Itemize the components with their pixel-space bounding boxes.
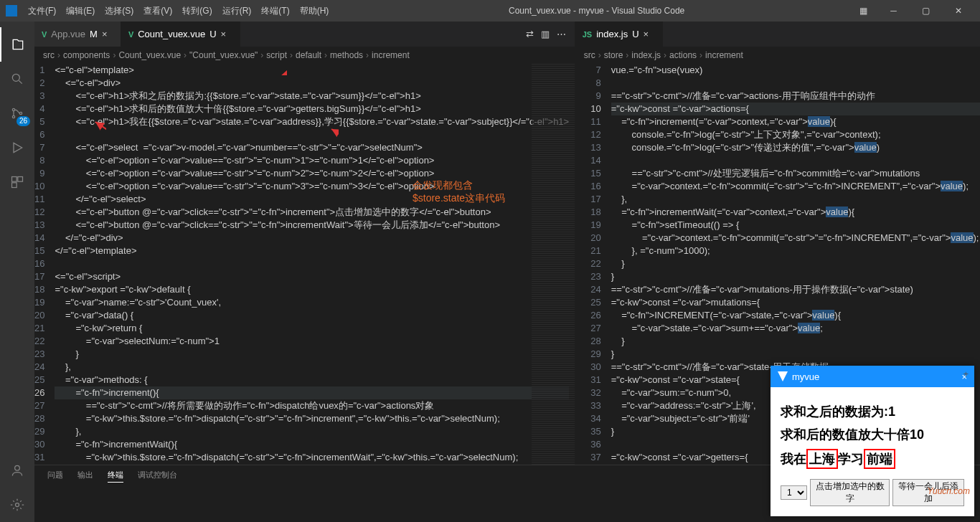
menu-item[interactable]: 转到(G) (177, 5, 217, 17)
panel-tab[interactable]: 终端 (108, 470, 123, 483)
svg-rect-5 (18, 177, 23, 182)
tab-actions: ⇄ ▥ ⋯ (526, 22, 575, 47)
panel-tab[interactable]: 调试控制台 (138, 470, 177, 483)
minimap[interactable] (532, 64, 575, 465)
tab[interactable]: VCount_vuex.vueU× (121, 22, 240, 47)
popup-h3: 我在上海学习前端 (781, 449, 964, 469)
split-icon[interactable]: ▥ (541, 29, 550, 39)
svg-rect-4 (12, 177, 17, 182)
close-button[interactable]: ✕ (942, 0, 974, 22)
breadcrumb-left[interactable]: src›components›Count_vuex.vue›"Count_vue… (34, 47, 575, 64)
close-icon[interactable]: × (102, 29, 113, 39)
popup-btn-wait[interactable]: 等待一会儿后添加 (892, 479, 964, 506)
extensions-icon[interactable] (0, 165, 34, 199)
vscode-icon (6, 5, 17, 16)
svg-point-0 (12, 74, 19, 81)
close-icon[interactable]: × (221, 29, 232, 39)
panel-tab[interactable]: 问题 (47, 470, 63, 483)
scm-badge: 26 (17, 116, 30, 126)
menu-item[interactable]: 终端(T) (256, 5, 294, 17)
svg-point-2 (12, 115, 14, 118)
tab[interactable]: JSindex.jsU× (575, 22, 663, 47)
menu-item[interactable]: 帮助(H) (295, 5, 334, 17)
tab[interactable]: VApp.vueM× (34, 22, 121, 47)
minimize-button[interactable]: ─ (877, 0, 910, 22)
svg-rect-6 (12, 183, 17, 188)
popup-btn-increment[interactable]: 点击增加选中的数字 (810, 479, 890, 506)
maximize-button[interactable]: ▢ (910, 0, 942, 22)
menu-item[interactable]: 文件(F) (23, 5, 61, 17)
popup-title: myvue (792, 371, 819, 382)
search-icon[interactable] (0, 62, 34, 96)
gear-icon[interactable] (0, 488, 34, 522)
popup-tab[interactable]: myvue × (771, 366, 974, 387)
annotation: 会发现都包含$store.state这串代码 (413, 179, 505, 205)
svg-point-1 (12, 108, 14, 110)
more-icon[interactable]: ⋯ (557, 29, 566, 39)
code-editor-left[interactable]: 1234567891011121314151617181920212223242… (34, 64, 575, 465)
svg-point-3 (19, 112, 22, 114)
preview-popup: myvue × + 求和之后的数据为:1 求和后的数值放大十倍10 我在上海学习… (771, 366, 974, 516)
popup-h2: 求和后的数值放大十倍10 (781, 426, 964, 443)
window-title: Count_vuex.vue - myvue - Visual Studio C… (334, 6, 859, 16)
scm-icon[interactable]: 26 (0, 96, 34, 130)
run-icon[interactable] (0, 130, 34, 165)
breadcrumb-right[interactable]: src›store›index.js›actions›increment (575, 47, 980, 64)
tabs-left: VApp.vueM×VCount_vuex.vueU× ⇄ ▥ ⋯ (34, 22, 575, 47)
panel-tab[interactable]: 输出 (77, 470, 93, 483)
close-icon[interactable]: × (644, 29, 655, 39)
svg-point-7 (15, 465, 20, 470)
popup-select[interactable]: 1 (781, 485, 807, 500)
editor-left: VApp.vueM×VCount_vuex.vueU× ⇄ ▥ ⋯ src›co… (34, 22, 575, 465)
layout-icon[interactable]: ▦ (859, 6, 867, 16)
menu-item[interactable]: 运行(R) (217, 5, 257, 17)
menu-item[interactable]: 选择(S) (100, 5, 138, 17)
svg-point-8 (16, 503, 19, 507)
explorer-icon[interactable] (0, 27, 34, 62)
new-tab-icon[interactable]: + (963, 369, 969, 379)
vue-icon (778, 371, 788, 381)
popup-h1: 求和之后的数据为:1 (781, 403, 964, 420)
title-bar: 文件(F)编辑(E)选择(S)查看(V)转到(G)运行(R)终端(T)帮助(H)… (0, 0, 980, 22)
tabs-right: JSindex.jsU× (575, 22, 980, 47)
menu-item[interactable]: 编辑(E) (61, 5, 100, 17)
menu-item[interactable]: 查看(V) (138, 5, 177, 17)
account-icon[interactable] (0, 453, 34, 488)
menu-bar: 文件(F)编辑(E)选择(S)查看(V)转到(G)运行(R)终端(T)帮助(H) (23, 5, 334, 17)
activity-bar: 26 (0, 22, 34, 522)
compare-icon[interactable]: ⇄ (526, 29, 534, 39)
